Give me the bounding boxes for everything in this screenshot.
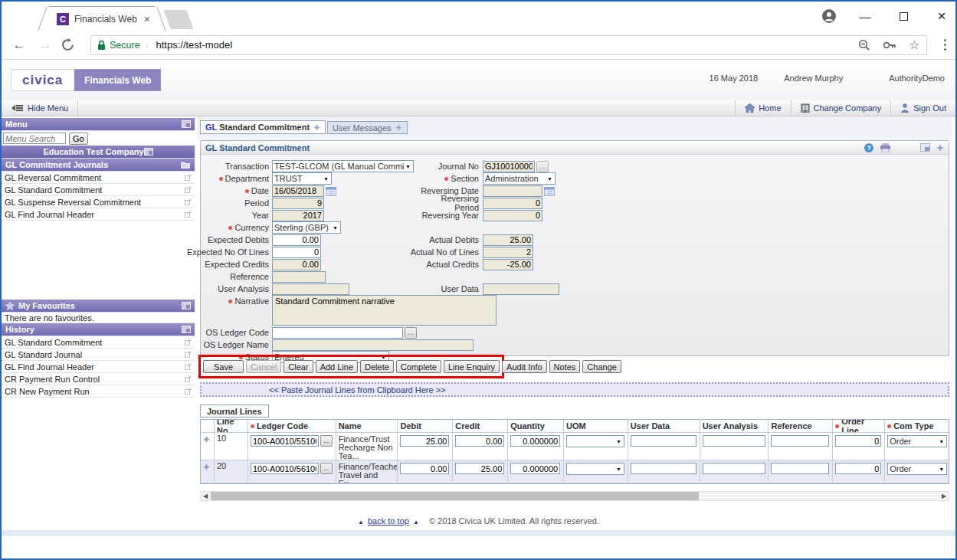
com-type-select[interactable]: Order▼ [887,463,947,475]
horizontal-scrollbar[interactable]: ◀ ▶ [200,491,949,501]
calendar-icon[interactable] [544,186,555,196]
reference-cell-input[interactable] [771,463,829,474]
back-icon[interactable]: ← [9,38,29,53]
actual-credits-input[interactable] [483,259,533,270]
line-enquiry-button[interactable]: Line Enquiry [444,360,500,373]
date-input[interactable] [272,185,324,197]
os-ledger-code-input[interactable] [272,327,403,339]
expected-no-of-lines-input[interactable] [272,247,321,258]
journal-no-lookup-button[interactable]: ... [536,161,549,172]
profile-icon[interactable] [821,8,837,24]
change-button[interactable]: Change [582,360,621,373]
portal-tab-close-icon[interactable] [313,124,320,131]
close-button[interactable]: × [936,8,948,25]
delete-button[interactable]: Delete [360,360,394,373]
uom-select[interactable]: ▼ [566,435,624,447]
period-input[interactable] [272,198,324,209]
expected-debits-input[interactable] [272,234,321,246]
portal-tab-close-icon[interactable] [395,124,402,131]
journal-lines-tab[interactable]: Journal Lines [200,404,269,418]
window-icon[interactable] [144,148,153,156]
reference-cell-input[interactable] [771,435,829,447]
notes-button[interactable]: Notes [549,360,581,373]
quantity-input[interactable] [510,463,560,474]
uom-select[interactable]: ▼ [566,463,624,475]
minimize-button[interactable]: — [859,10,871,23]
sidebar-item-gl-reversal-commitment[interactable]: GL Reversal Commitment [2,172,195,184]
audit-info-button[interactable]: Audit Info [502,360,546,373]
sidebar-item-gl-find-journal-header[interactable]: GL Find Journal Header [2,208,195,221]
order-line-input[interactable] [835,435,881,447]
history-item-gl-standard-commitment[interactable]: GL Standard Commitment [2,336,195,349]
row-handle-icon[interactable] [203,436,210,443]
ledger-code-lookup-button[interactable]: ... [320,435,333,447]
scroll-left-arrow-icon[interactable]: ◀ [201,492,210,500]
restore-icon[interactable] [920,143,930,152]
zoom-icon[interactable] [858,39,870,51]
user-data-input[interactable] [483,283,559,295]
com-type-select[interactable]: Order▼ [887,435,947,447]
forward-icon[interactable]: → [35,38,55,53]
sidebar-item-gl-suspense-reversal-commitment[interactable]: GL Suspense Reversal Commitment [2,196,195,208]
bookmark-star-icon[interactable]: ☆ [909,38,919,52]
home-button[interactable]: Home [735,100,790,116]
hide-menu-button[interactable]: Hide Menu [2,100,78,116]
browser-menu-icon[interactable] [944,39,947,51]
new-tab-button[interactable] [163,10,193,29]
currency-select[interactable]: Sterling (GBP)▼ [272,221,341,234]
browser-tab[interactable]: C Financials Web × [49,6,155,31]
help-icon[interactable]: ? [864,143,873,152]
reversing-date-input[interactable] [483,185,542,197]
window-icon[interactable] [182,302,191,309]
ledger-code-input[interactable] [251,463,319,474]
department-select[interactable]: TRUST▼ [272,172,332,185]
section-select[interactable]: Administration▼ [483,172,556,185]
clear-button[interactable]: Clear [283,360,313,373]
window-icon[interactable] [182,120,191,128]
history-item-gl-standard-journal[interactable]: GL Standard Journal [2,349,195,361]
ledger-code-input[interactable] [251,435,319,447]
quantity-input[interactable] [510,435,560,447]
reload-icon[interactable] [61,38,81,51]
sidebar-item-gl-standard-commitment[interactable]: GL Standard Commitment [2,184,195,196]
sign-out-button[interactable]: Sign Out [890,100,955,116]
url-field[interactable]: Secure | https://test-model ☆ [90,35,927,55]
back-to-top-link[interactable]: back to top [368,516,409,526]
tab-gl-standard-commitment[interactable]: GL Standard Commitment [200,120,326,134]
credit-input[interactable] [455,435,504,447]
add-line-button[interactable]: Add Line [316,360,358,373]
reversing-year-input[interactable] [483,210,542,221]
menu-search-go-button[interactable]: Go [69,133,88,145]
maximize-button[interactable] [897,10,909,23]
actual-debits-input[interactable] [483,234,533,246]
scroll-right-arrow-icon[interactable]: ▶ [939,492,949,500]
user-data-cell-input[interactable] [631,435,696,447]
user-analysis-cell-input[interactable] [703,435,765,447]
paste-journal-lines-zone[interactable]: << Paste Journal Lines from Clipboard He… [200,382,949,397]
tab-close-icon[interactable]: × [144,14,150,25]
menu-search-input[interactable] [3,133,66,144]
ledger-code-lookup-button[interactable]: ... [320,463,333,474]
transaction-select[interactable]: TEST-GLCOM (GL Manual Commitment)▼ [272,160,414,172]
reversing-period-input[interactable] [483,198,542,209]
debit-input[interactable] [400,463,449,474]
credit-input[interactable] [455,463,504,474]
history-item-cr-payment-run-control[interactable]: CR Payment Run Control [2,373,195,385]
calendar-icon[interactable] [326,186,336,196]
key-icon[interactable] [883,41,896,50]
narrative-textarea[interactable]: Standard Commitment narrative [272,295,497,326]
cancel-button[interactable]: Cancel [246,360,281,373]
complete-button[interactable]: Complete [396,360,441,373]
save-button[interactable]: Save [203,360,244,373]
year-input[interactable] [272,210,324,221]
user-data-cell-input[interactable] [631,463,696,474]
reference-input[interactable] [272,271,326,283]
expected-credits-input[interactable] [272,259,321,270]
actual-no-of-lines-input[interactable] [483,247,533,258]
user-analysis-input[interactable] [272,283,349,295]
window-icon[interactable] [182,326,191,333]
print-icon[interactable] [880,143,891,152]
os-ledger-name-input[interactable] [272,339,474,351]
portal-close-icon[interactable] [936,144,944,152]
order-line-input[interactable] [835,463,881,474]
